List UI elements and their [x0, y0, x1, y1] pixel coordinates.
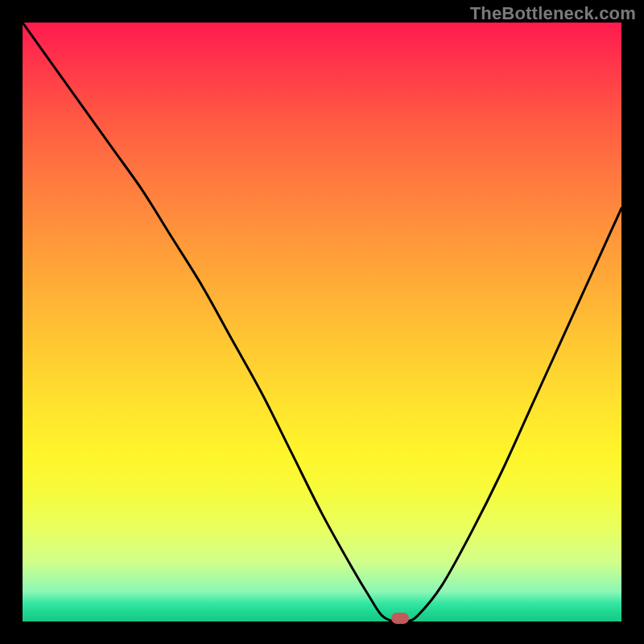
chart-frame: TheBottleneck.com [0, 0, 644, 644]
watermark-text: TheBottleneck.com [470, 3, 636, 24]
plot-area [23, 23, 621, 621]
curve-path [23, 23, 621, 621]
optimum-marker [391, 613, 409, 624]
bottleneck-curve [23, 23, 621, 621]
